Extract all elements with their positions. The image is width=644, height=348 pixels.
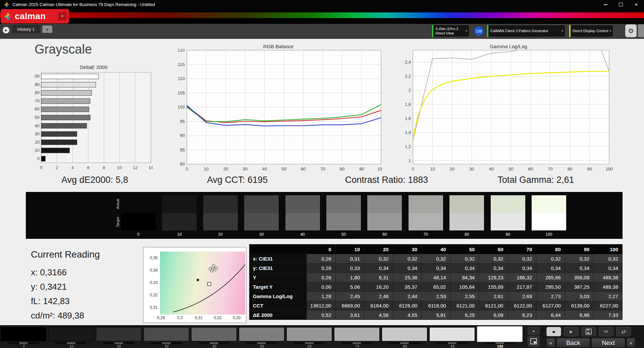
patch-slider-handle[interactable]	[210, 342, 218, 344]
svg-text:1,8: 1,8	[405, 102, 411, 107]
patch-color[interactable]	[477, 326, 523, 342]
level-patch-button[interactable]: 40	[191, 326, 237, 348]
level-patch-button[interactable]: 70	[334, 326, 380, 348]
patch-slider[interactable]	[246, 342, 277, 344]
workflow-nav-button[interactable]: ▶	[3, 27, 9, 33]
patch-color[interactable]	[429, 327, 475, 341]
meter-selector[interactable]: X-Rite i1Pro 2 Direct View ▼	[432, 25, 470, 37]
back-arrow-button[interactable]: «	[546, 338, 555, 348]
patch-slider[interactable]	[484, 342, 515, 344]
read-button[interactable]: ▶	[564, 327, 579, 336]
patch-slider[interactable]	[389, 342, 420, 344]
patch-slider-handle[interactable]	[114, 342, 123, 344]
patch-color[interactable]	[191, 327, 237, 341]
swatch-label: 90	[491, 232, 525, 237]
patch-color[interactable]	[239, 327, 284, 341]
patch-slider-handle[interactable]	[353, 342, 361, 344]
table-cell: 105,64	[450, 282, 479, 292]
settings-button[interactable]: ⚙	[625, 24, 637, 37]
patch-slider-handle[interactable]	[257, 342, 266, 344]
patch-color[interactable]	[96, 327, 142, 341]
patch-slider[interactable]	[294, 342, 325, 344]
patch-slider-handle[interactable]	[448, 342, 457, 344]
add-tab-button[interactable]: +	[42, 25, 52, 33]
next-arrow-button[interactable]: »	[627, 338, 635, 348]
level-patch-button[interactable]: 20	[96, 326, 142, 348]
patch-label: 90	[429, 344, 476, 348]
close-button[interactable]: ×	[629, 0, 644, 9]
swatch-actual	[532, 195, 566, 213]
expand-panel-button[interactable]: ▲	[528, 327, 540, 335]
patch-slider[interactable]	[199, 342, 229, 344]
patch-color[interactable]	[144, 327, 189, 341]
maximize-button[interactable]	[613, 0, 629, 9]
table-cell: 0,52	[307, 310, 336, 320]
table-cell: 358,09	[565, 273, 594, 282]
close-icon: ×	[635, 2, 638, 7]
minimize-button[interactable]	[598, 0, 613, 9]
stop-icon: ■	[552, 329, 555, 334]
collapsed-panel-stub[interactable]	[638, 24, 644, 37]
actual-row-label: Actual	[116, 195, 120, 213]
table-cell: 6,96	[565, 310, 594, 320]
table-cell: 6118,00	[422, 301, 450, 310]
level-patch-button[interactable]: 30	[144, 326, 190, 348]
next-label: Next	[602, 339, 615, 347]
patch-slider-handle[interactable]	[67, 342, 75, 344]
patch-color[interactable]	[48, 327, 94, 341]
level-patch-button[interactable]: 60	[286, 326, 333, 348]
refresh-button[interactable]: ⇄	[616, 327, 631, 336]
level-patch-button[interactable]: 80	[382, 326, 428, 348]
table-cell: 0,34	[536, 264, 565, 273]
save-button[interactable]	[581, 327, 596, 336]
svg-text:105: 105	[177, 90, 185, 95]
patch-slider[interactable]	[56, 342, 87, 344]
level-patch-button[interactable]: 10	[48, 326, 95, 348]
patch-slider[interactable]	[151, 342, 182, 344]
cie-x-tick: 0,31	[193, 316, 205, 320]
patch-slider-handle[interactable]	[162, 342, 171, 344]
tab-history-1[interactable]: History 1	[12, 25, 40, 34]
pattern-generator-selector[interactable]: CalMAN Client 3 Pattern Generator ▼	[487, 25, 566, 37]
patch-slider-handle[interactable]	[305, 342, 314, 344]
patch-slider-handle[interactable]	[400, 342, 409, 344]
calman-menu-dropdown[interactable]: ▼	[58, 12, 67, 20]
back-button[interactable]: Back	[556, 338, 590, 348]
level-patch-button[interactable]: 100	[477, 326, 523, 348]
table-col-header: 70	[507, 245, 536, 254]
patch-slider-handle[interactable]	[19, 342, 28, 344]
continuous-read-button[interactable]: ∞	[599, 327, 613, 336]
patch-color[interactable]	[334, 327, 380, 341]
svg-text:90: 90	[35, 82, 40, 87]
table-col-header: 40	[422, 245, 450, 254]
table-cell: 387,25	[565, 282, 594, 292]
level-patch-button[interactable]: 90	[429, 326, 476, 348]
patch-slider[interactable]	[341, 342, 372, 344]
grayscale-swatch: 10	[162, 195, 197, 236]
grayscale-swatch: 30	[244, 195, 279, 236]
table-cell: 65,02	[422, 282, 450, 292]
stop-button[interactable]: ■	[546, 327, 561, 336]
table-cell: 0,32	[422, 254, 450, 264]
patch-color[interactable]	[382, 327, 427, 341]
calman-menu-button[interactable]: calman ▼	[1, 9, 69, 23]
patch-slider-handle[interactable]	[495, 342, 504, 344]
level-patch-button[interactable]: 50	[239, 326, 285, 348]
display-control-selector[interactable]: Direct Display Control ▼	[569, 25, 613, 37]
patch-slider[interactable]	[437, 342, 468, 344]
svg-text:120: 120	[177, 49, 185, 53]
patch-color[interactable]	[1, 327, 46, 341]
swatch-actual	[203, 195, 238, 213]
svg-text:90: 90	[180, 133, 185, 138]
svg-text:12: 12	[133, 165, 138, 170]
layout-view-button[interactable]	[528, 336, 540, 347]
minimize-icon	[604, 4, 607, 5]
window-title: Calman 2025 Calman Ultimate for Business…	[12, 2, 155, 7]
patch-slider[interactable]	[103, 342, 134, 344]
grayscale-swatch: 70	[409, 195, 443, 236]
patch-color[interactable]	[286, 327, 332, 341]
next-button[interactable]: Next	[591, 338, 625, 348]
level-patch-button[interactable]: 0	[1, 326, 47, 348]
table-cell: 0,34	[565, 264, 594, 273]
patch-slider[interactable]	[8, 342, 39, 344]
